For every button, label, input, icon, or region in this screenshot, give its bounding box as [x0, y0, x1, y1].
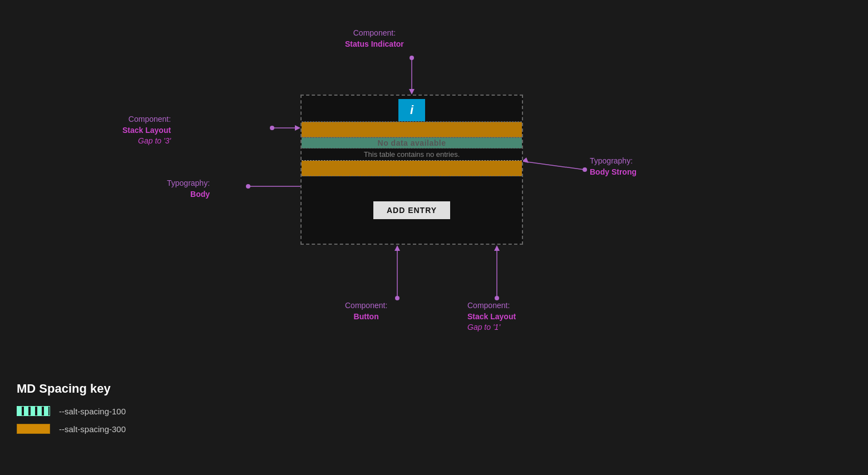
no-data-row: No data available [302, 137, 522, 149]
svg-point-5 [270, 126, 274, 130]
body-text: This table contains no entries. [364, 150, 460, 159]
annotation-status-indicator: Component: Status Indicator [345, 28, 404, 50]
component-box: i No data available This table contains … [300, 95, 523, 245]
svg-marker-4 [295, 125, 300, 131]
svg-line-9 [523, 161, 584, 170]
legend: MD Spacing key --salt-spacing-100 --salt… [17, 382, 126, 442]
annotation-stack-layout-right: Component: Stack Layout Gap to '1' [467, 300, 516, 333]
legend-label-cyan: --salt-spacing-100 [59, 407, 126, 416]
svg-point-2 [410, 56, 414, 60]
annotation-stack-layout-left: Component: Stack Layout Gap to '3' [122, 114, 171, 147]
svg-point-17 [495, 296, 499, 300]
annotation-typography-body-strong: Typography: Body Strong [590, 156, 637, 177]
svg-point-8 [246, 184, 250, 189]
svg-marker-1 [409, 89, 415, 95]
svg-point-14 [395, 296, 400, 300]
annotation-component-button: Component: Button [345, 300, 387, 322]
svg-marker-13 [394, 245, 400, 251]
diagram-area: Component: Status Indicator Component: S… [0, 0, 868, 475]
legend-item-cyan: --salt-spacing-100 [17, 406, 126, 416]
spacing-band-bottom [302, 161, 522, 176]
legend-item-orange: --salt-spacing-300 [17, 424, 126, 434]
status-indicator-icon: i [398, 99, 425, 121]
legend-label-orange: --salt-spacing-300 [59, 424, 126, 434]
svg-marker-16 [494, 245, 500, 251]
legend-swatch-cyan [17, 406, 50, 416]
svg-point-11 [583, 167, 587, 172]
body-text-row: This table contains no entries. [302, 149, 522, 161]
spacing-band-top [302, 122, 522, 137]
button-row: ADD ENTRY [302, 176, 522, 244]
no-data-text: No data available [378, 138, 446, 147]
legend-title: MD Spacing key [17, 382, 126, 396]
add-entry-button[interactable]: ADD ENTRY [373, 201, 450, 219]
legend-swatch-orange [17, 424, 50, 434]
annotation-typography-body: Typography: Body [167, 178, 210, 200]
